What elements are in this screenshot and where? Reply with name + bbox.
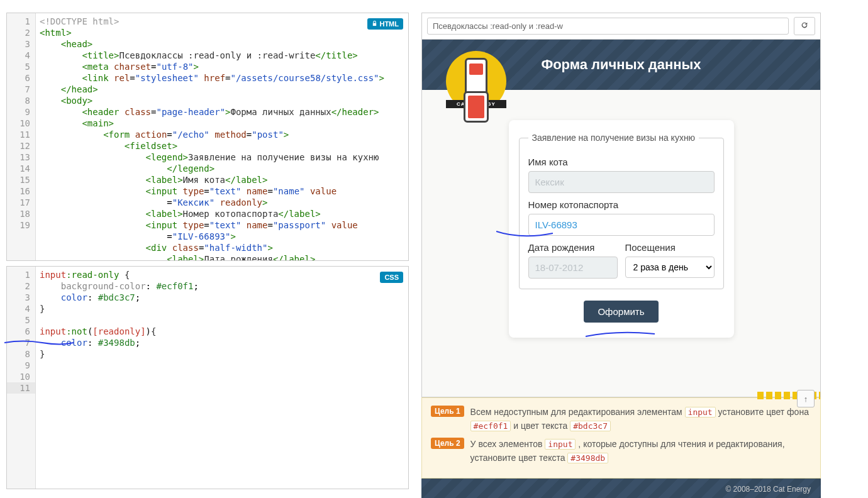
preview-frame: Форма личных данных CAT ENERGY Заявление… <box>421 39 821 397</box>
input-dob[interactable] <box>528 257 618 279</box>
scroll-top-button[interactable]: ↑ <box>797 390 815 407</box>
label-visits: Посещения <box>625 242 715 253</box>
css-code[interactable]: input:read-only { background-color: #ecf… <box>36 267 408 489</box>
arrow-up-icon: ↑ <box>804 394 808 404</box>
footer-text: © 2008–2018 Cat Energy <box>725 485 811 494</box>
html-badge: HTML <box>367 18 403 30</box>
fieldset: Заявление на получение визы на кухню Имя… <box>519 133 724 289</box>
goal-badge-1: Цель 1 <box>431 406 464 417</box>
logo: CAT ENERGY <box>446 51 506 111</box>
goal-row: Цель 2 У всех элементов input , которые … <box>431 438 811 465</box>
submit-button[interactable]: Оформить <box>584 301 658 323</box>
input-name[interactable] <box>528 171 715 193</box>
goals-wrap: ↑ Цель 1 Всем недоступным для редактиров… <box>421 397 821 498</box>
goal-badge-2: Цель 2 <box>431 438 464 449</box>
preview-title-input[interactable] <box>427 18 789 35</box>
legend: Заявление на получение визы на кухню <box>528 133 699 143</box>
css-editor[interactable]: 1234567891011 input:read-only { backgrou… <box>6 266 409 489</box>
goal-text-1: Всем недоступным для редактирования элем… <box>470 406 811 433</box>
preview-form-card: Заявление на получение визы на кухню Имя… <box>509 120 734 338</box>
preview-header-text: Форма личных данных <box>541 57 701 73</box>
refresh-button[interactable] <box>794 17 815 35</box>
label-passport: Номер котопаспорта <box>528 199 715 210</box>
label-name: Имя кота <box>528 157 715 167</box>
html-code[interactable]: <!DOCTYPE html> <html> <head> <title>Псе… <box>36 13 408 260</box>
html-gutter: 12345678910111213141516171819 <box>7 13 36 260</box>
input-passport[interactable] <box>528 214 715 236</box>
footer-strip: © 2008–2018 Cat Energy <box>421 479 821 498</box>
svg-rect-0 <box>373 23 376 26</box>
goal-text-2: У всех элементов input , которые доступн… <box>470 438 811 465</box>
goal-row: Цель 1 Всем недоступным для редактирован… <box>431 406 811 433</box>
preview-toolbar <box>421 13 821 39</box>
label-dob: Дата рождения <box>528 242 618 253</box>
refresh-icon <box>800 21 809 31</box>
css-badge: CSS <box>380 272 403 283</box>
html-editor[interactable]: 12345678910111213141516171819 <!DOCTYPE … <box>6 13 409 261</box>
lock-icon <box>372 20 377 28</box>
select-visits[interactable]: 2 раза в день <box>625 257 715 278</box>
css-gutter: 1234567891011 <box>7 267 36 489</box>
goals-panel: Цель 1 Всем недоступным для редактирован… <box>421 397 821 479</box>
